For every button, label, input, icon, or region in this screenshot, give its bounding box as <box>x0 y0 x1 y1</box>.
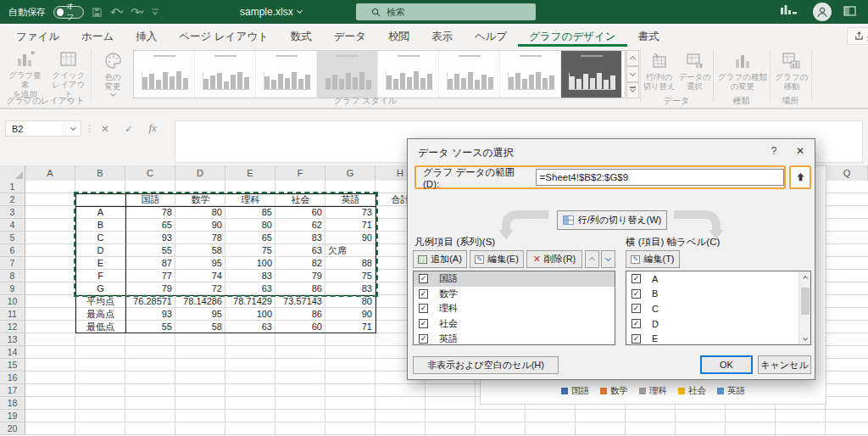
checkbox-checked[interactable]: ✓ <box>419 274 428 283</box>
tab-10[interactable]: 書式 <box>627 24 670 47</box>
chart-style-2[interactable] <box>195 51 256 98</box>
row-header-14[interactable]: 14 <box>0 346 25 359</box>
checkbox-checked[interactable]: ✓ <box>419 304 428 313</box>
col-header-F[interactable]: F <box>275 165 326 181</box>
chart-data-range-input[interactable]: =Sheet4!$B$2:$G$9 <box>536 169 784 186</box>
checkbox-checked[interactable]: ✓ <box>632 319 641 328</box>
select-all-corner[interactable] <box>0 165 25 181</box>
switch-row-column-button[interactable]: 行/列の 切り替え <box>642 51 676 97</box>
select-data-button[interactable]: データの 選択 <box>677 51 712 97</box>
hidden-empty-cells-button[interactable]: 非表示および空白のセル(H) <box>413 356 559 374</box>
insert-function-icon[interactable]: fx <box>142 120 163 137</box>
row-header-2[interactable]: 2 <box>0 193 25 206</box>
cell[interactable]: 73.57143 <box>275 295 326 308</box>
checkbox-checked[interactable]: ✓ <box>419 334 428 344</box>
formula-bar-resize-handle[interactable]: ⋮ <box>85 120 94 137</box>
row-header-9[interactable]: 9 <box>0 282 25 295</box>
tab-5[interactable]: データ <box>323 24 377 47</box>
avatar[interactable] <box>813 3 832 21</box>
row-header-13[interactable]: 13 <box>0 333 25 346</box>
cell[interactable]: 73 <box>326 206 376 219</box>
tab-9[interactable]: グラフのデザイン <box>518 24 626 47</box>
cell[interactable]: 78 <box>125 206 175 219</box>
axis-edit-button[interactable]: ✎ 編集(T) <box>626 250 680 268</box>
cell[interactable]: 国語 <box>125 193 175 206</box>
collapse-dialog-button[interactable] <box>789 165 811 189</box>
cell[interactable]: 78.71429 <box>225 295 275 308</box>
row-header-8[interactable]: 8 <box>0 270 25 282</box>
cell[interactable]: 90 <box>175 219 225 232</box>
cell[interactable]: 90 <box>326 232 376 244</box>
checkbox-checked[interactable]: ✓ <box>419 319 428 328</box>
list-item-E[interactable]: ✓E <box>626 331 810 345</box>
scrollbar-thumb[interactable] <box>801 288 810 315</box>
chart-style-6[interactable] <box>439 51 500 98</box>
cell[interactable]: 79 <box>125 282 175 295</box>
cell[interactable]: 65 <box>125 219 175 232</box>
tab-6[interactable]: 校閲 <box>377 24 420 47</box>
col-header-E[interactable]: E <box>225 165 275 181</box>
row-header-7[interactable]: 7 <box>0 257 25 270</box>
chart-style-4[interactable] <box>317 51 378 98</box>
cell[interactable]: 最低点 <box>75 321 125 333</box>
cancel-entry-icon[interactable]: ✕ <box>95 120 115 137</box>
cell[interactable]: C <box>75 232 125 244</box>
enter-entry-icon[interactable]: ✓ <box>119 120 139 137</box>
chart-style-7[interactable] <box>500 51 561 98</box>
cell[interactable]: 社会 <box>275 193 326 206</box>
save-icon[interactable] <box>92 7 103 18</box>
tab-2[interactable]: 挿入 <box>125 24 168 47</box>
row-header-10[interactable]: 10 <box>0 295 25 308</box>
cell[interactable]: 82 <box>275 257 326 270</box>
row-header-6[interactable]: 6 <box>0 244 25 257</box>
cell[interactable]: 60 <box>275 206 326 219</box>
cell[interactable]: 78.14286 <box>175 295 225 308</box>
row-header-4[interactable]: 4 <box>0 219 25 232</box>
cell[interactable]: F <box>75 270 125 282</box>
cell[interactable]: 83 <box>275 232 326 244</box>
cell[interactable]: 83 <box>326 282 376 295</box>
cell[interactable]: 58 <box>175 321 225 333</box>
search-input[interactable]: 検索 <box>356 3 536 20</box>
change-chart-type-button[interactable]: グラフの種類 の変更 <box>717 51 768 97</box>
legend-item-英語[interactable]: 英語 <box>717 385 745 397</box>
cell[interactable]: G <box>75 282 125 295</box>
cell[interactable]: B <box>75 219 125 232</box>
redo-icon[interactable]: ↷ <box>131 6 143 19</box>
cell[interactable]: 英語 <box>326 193 376 206</box>
cell[interactable]: 75 <box>225 244 275 257</box>
list-item-A[interactable]: ✓A <box>626 271 810 287</box>
cell[interactable]: D <box>75 244 125 257</box>
cell[interactable]: 80 <box>326 295 376 308</box>
cell[interactable]: 86 <box>275 282 326 295</box>
list-item-D[interactable]: ✓D <box>626 316 810 332</box>
cell[interactable]: 58 <box>175 244 225 257</box>
cell[interactable]: 71 <box>326 321 376 333</box>
autosave-toggle[interactable]: オフ <box>53 6 84 19</box>
ok-button[interactable]: OK <box>700 355 753 374</box>
checkbox-checked[interactable]: ✓ <box>419 289 428 299</box>
list-item-B[interactable]: ✓B <box>626 287 810 302</box>
col-header-D[interactable]: D <box>175 165 225 181</box>
switch-row-column-dialog-button[interactable]: 行/列の切り替え(W) <box>557 210 667 230</box>
cell[interactable]: 80 <box>225 219 275 232</box>
share-button[interactable]: 共有 <box>847 27 868 45</box>
dialog-help-button[interactable]: ? <box>767 145 781 157</box>
list-item-理科[interactable]: ✓理科 <box>414 301 615 316</box>
chart-style-8[interactable] <box>561 51 622 98</box>
list-item-C[interactable]: ✓C <box>626 301 810 316</box>
series-edit-button[interactable]: ✎ 編集(E) <box>470 250 524 268</box>
cell[interactable]: 55 <box>125 321 175 333</box>
cell[interactable]: 80 <box>175 206 225 219</box>
col-header-Q[interactable]: Q <box>826 165 868 181</box>
gallery-scroll-down[interactable] <box>626 66 639 82</box>
add-chart-element-button[interactable]: グラフ要素 を追加 <box>5 51 45 97</box>
tab-7[interactable]: 表示 <box>420 24 464 47</box>
tab-1[interactable]: ホーム <box>70 24 125 47</box>
axis-labels-list[interactable]: ✓A✓B✓C✓D✓E <box>626 271 811 345</box>
row-header-18[interactable]: 18 <box>0 397 25 410</box>
axis-list-scrollbar[interactable] <box>798 271 810 344</box>
tab-0[interactable]: ファイル <box>5 24 70 47</box>
col-header-A[interactable]: A <box>25 165 75 181</box>
list-item-数学[interactable]: ✓数学 <box>414 287 615 302</box>
